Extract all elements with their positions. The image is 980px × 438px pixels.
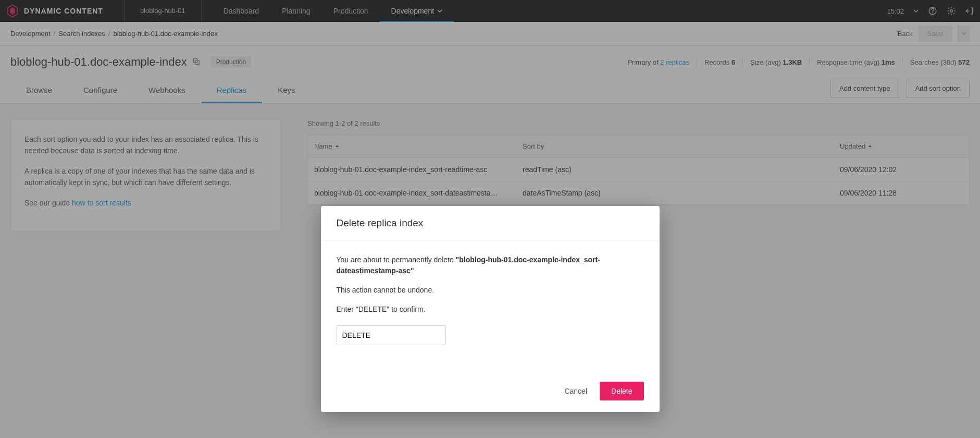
modal-lead: You are about to permanently delete: [337, 256, 456, 264]
modal-title: Delete replica index: [321, 206, 660, 241]
modal-overlay[interactable]: Delete replica index You are about to pe…: [0, 0, 980, 438]
modal-warning: This action cannot be undone.: [337, 285, 644, 296]
delete-replica-modal: Delete replica index You are about to pe…: [321, 206, 660, 412]
cancel-button[interactable]: Cancel: [564, 387, 587, 395]
delete-button[interactable]: Delete: [600, 382, 643, 400]
modal-confirm-label: Enter "DELETE" to confirm.: [337, 304, 644, 315]
delete-confirm-input[interactable]: [337, 325, 446, 345]
